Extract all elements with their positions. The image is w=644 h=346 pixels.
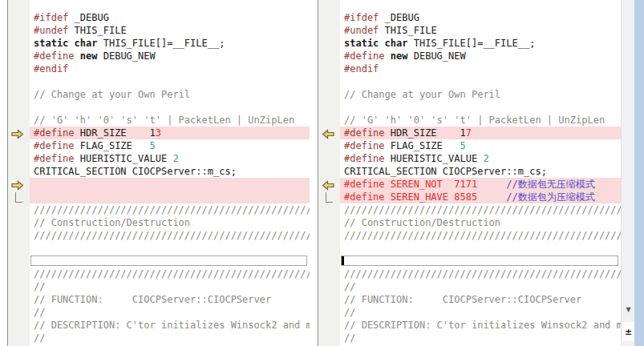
code-line[interactable]: #define HUERISTIC_VALUE 2 bbox=[340, 152, 621, 165]
code-line[interactable]: #define new DEBUG_NEW bbox=[30, 50, 310, 62]
code-segment: new bbox=[391, 50, 414, 62]
code-line[interactable]: #define SEREN_HAVE 8585 //数据包为压缩模式 bbox=[340, 191, 621, 203]
code-segment: // DESCRIPTION: C'tor initializes Winsoc… bbox=[34, 320, 310, 331]
vertical-scrollbar[interactable]: ▼ ± bbox=[621, 0, 634, 346]
diff-arrow-left-icon[interactable] bbox=[322, 179, 336, 189]
code-line[interactable]: #ifdef _DEBUG bbox=[340, 11, 621, 24]
scroll-to-next-diff-button[interactable]: ± bbox=[622, 322, 634, 341]
code-line[interactable]: ////////////////////////////////////////… bbox=[30, 229, 310, 242]
code-segment: // bbox=[344, 281, 355, 292]
code-line[interactable]: // FUNCTION: CIOCPServer::CIOCPServer bbox=[30, 293, 310, 306]
code-segment: #define SEREN_NOT 7171 bbox=[344, 179, 477, 190]
code-line[interactable]: // Construction/Destruction bbox=[340, 216, 621, 229]
code-segment: // 'G' 'h' '0' 's' 't' | PacketLen | UnZ… bbox=[344, 115, 605, 126]
empty-focused-line[interactable] bbox=[340, 255, 621, 268]
code-segment: // Change at your Own Peril bbox=[344, 89, 500, 100]
code-segment: THIS_FILE[]=__FILE__; bbox=[103, 38, 225, 49]
code-line[interactable]: // bbox=[340, 306, 621, 319]
code-line[interactable]: ////////////////////////////////////////… bbox=[340, 229, 621, 242]
code-segment: // bbox=[344, 332, 355, 344]
code-segment: #ifdef bbox=[34, 12, 75, 23]
code-line[interactable]: #ifdef _DEBUG bbox=[30, 11, 310, 24]
code-line[interactable]: ////////////////////////////////////////… bbox=[30, 203, 310, 216]
code-line[interactable]: // 'G' 'h' '0' 's' 't' | PacketLen | UnZ… bbox=[30, 114, 310, 127]
code-line[interactable]: // DESCRIPTION: C'tor initializes Winsoc… bbox=[340, 319, 621, 332]
code-line[interactable]: static char THIS_FILE[]=__FILE__; bbox=[340, 37, 621, 50]
code-segment: ////////////////////////////////////////… bbox=[34, 230, 310, 241]
code-segment: THIS_FILE[]=__FILE__; bbox=[414, 38, 536, 49]
scroll-down-arrow-icon[interactable]: ▼ bbox=[622, 303, 634, 316]
empty-focused-line[interactable] bbox=[30, 255, 310, 268]
diff-arrow-left-icon[interactable] bbox=[322, 127, 336, 138]
code-segment: CRITICAL_SECTION CIOCPServer::m_cs; bbox=[344, 166, 547, 177]
code-line[interactable]: // FUNCTION: CIOCPServer::CIOCPServer bbox=[340, 293, 621, 306]
code-segment: #define bbox=[344, 140, 391, 151]
diff-arrow-right-icon[interactable] bbox=[11, 127, 26, 138]
code-segment: // bbox=[34, 307, 45, 318]
code-line[interactable]: #define FLAG_SIZE 5 bbox=[340, 139, 621, 152]
code-segment: // 'G' 'h' '0' 's' 't' | PacketLen | UnZ… bbox=[34, 115, 294, 126]
code-editor-right[interactable]: #ifdef _DEBUG#undef THIS_FILEstatic char… bbox=[340, 0, 621, 346]
code-segment: DEBUG_NEW bbox=[414, 50, 466, 62]
code-line[interactable]: #define FLAG_SIZE 5 bbox=[30, 139, 310, 152]
code-segment: 2 bbox=[483, 153, 488, 164]
code-line[interactable] bbox=[340, 242, 621, 255]
code-line[interactable] bbox=[30, 242, 310, 255]
code-line[interactable]: #define HDR_SIZE 17 bbox=[340, 127, 621, 139]
code-line[interactable]: CRITICAL_SECTION CIOCPServer::m_cs; bbox=[30, 165, 310, 178]
code-segment: #define bbox=[344, 153, 391, 164]
code-line[interactable] bbox=[340, 75, 621, 88]
code-line[interactable] bbox=[30, 101, 310, 114]
code-line[interactable]: #define HDR_SIZE 13 bbox=[30, 127, 310, 139]
code-segment: ////////////////////////////////////////… bbox=[344, 230, 621, 241]
code-line[interactable]: static char THIS_FILE[]=__FILE__; bbox=[30, 37, 310, 50]
code-segment: 3 bbox=[156, 127, 161, 139]
code-line[interactable]: CRITICAL_SECTION CIOCPServer::m_cs; bbox=[340, 165, 621, 178]
code-segment: THIS_FILE bbox=[75, 25, 127, 36]
code-line[interactable]: // DESCRIPTION: C'tor initializes Winsoc… bbox=[30, 319, 310, 332]
code-segment: #undef bbox=[34, 25, 75, 36]
code-line[interactable]: // Change at your Own Peril bbox=[30, 88, 310, 101]
code-line[interactable]: // bbox=[340, 332, 621, 344]
code-line[interactable]: // Construction/Destruction bbox=[30, 216, 310, 229]
code-line[interactable]: // bbox=[30, 332, 310, 344]
code-line[interactable]: #define new DEBUG_NEW bbox=[340, 50, 621, 62]
code-line[interactable]: #define HUERISTIC_VALUE 2 bbox=[30, 152, 310, 165]
code-line[interactable]: ////////////////////////////////////////… bbox=[340, 268, 621, 280]
code-line[interactable]: #endif bbox=[340, 62, 621, 75]
code-line[interactable] bbox=[340, 101, 621, 114]
code-segment: CRITICAL_SECTION CIOCPServer::m_cs; bbox=[34, 166, 237, 177]
code-segment: //数据包无压缩模式 bbox=[506, 179, 594, 190]
code-segment: #define bbox=[344, 127, 391, 139]
code-line[interactable] bbox=[30, 191, 310, 203]
empty-line-box[interactable] bbox=[341, 255, 618, 266]
code-line[interactable]: #undef THIS_FILE bbox=[30, 24, 310, 37]
code-line[interactable]: // bbox=[340, 280, 621, 293]
code-line[interactable]: ////////////////////////////////////////… bbox=[30, 268, 310, 280]
code-line[interactable]: ////////////////////////////////////////… bbox=[340, 203, 621, 216]
code-line[interactable]: #undef THIS_FILE bbox=[340, 24, 621, 37]
empty-line-box[interactable] bbox=[30, 255, 307, 266]
code-line[interactable]: // bbox=[30, 280, 310, 293]
code-line[interactable]: // bbox=[30, 306, 310, 319]
code-segment: // Construction/Destruction bbox=[344, 217, 500, 228]
code-segment: #endif bbox=[344, 63, 379, 74]
code-segment: static char bbox=[344, 38, 414, 49]
code-segment: static char bbox=[34, 38, 103, 49]
code-line[interactable]: #define SEREN_NOT 7171 //数据包无压缩模式 bbox=[340, 178, 621, 191]
scroll-end-glyph: ± bbox=[625, 327, 632, 337]
code-segment: FLAG_SIZE bbox=[391, 140, 460, 151]
code-line[interactable]: // 'G' 'h' '0' 's' 't' | PacketLen | UnZ… bbox=[340, 114, 621, 127]
code-line[interactable] bbox=[30, 75, 310, 88]
scroll-down-glyph: ▼ bbox=[626, 306, 630, 313]
code-line[interactable] bbox=[30, 178, 310, 191]
code-line[interactable]: // Change at your Own Peril bbox=[340, 88, 621, 101]
code-segment: #ifdef bbox=[344, 12, 385, 23]
code-line[interactable]: #endif bbox=[30, 62, 310, 75]
code-segment: THIS_FILE bbox=[385, 25, 437, 36]
diff-arrow-right-icon[interactable] bbox=[11, 179, 26, 189]
code-segment bbox=[477, 179, 506, 190]
code-segment: #undef bbox=[344, 25, 385, 36]
change-block-end-marker bbox=[326, 192, 333, 203]
code-editor-left[interactable]: #ifdef _DEBUG#undef THIS_FILEstatic char… bbox=[30, 0, 310, 346]
